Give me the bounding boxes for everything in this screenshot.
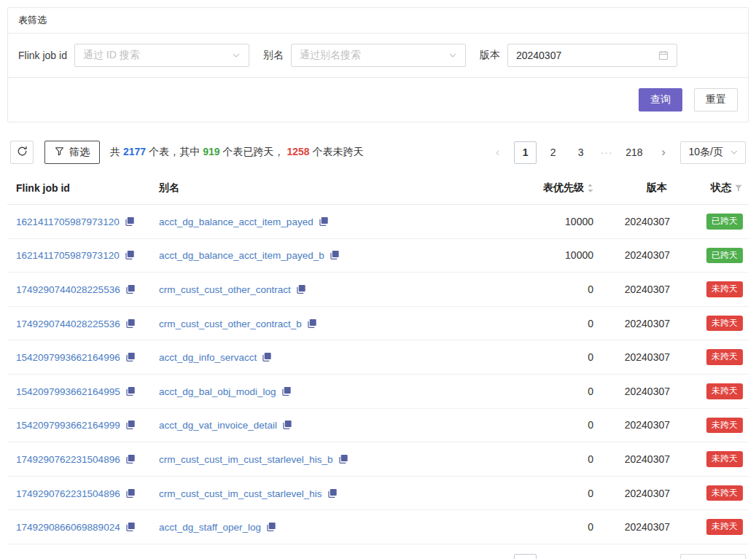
chevron-down-icon [448, 51, 457, 60]
job-id-link[interactable]: 1749290762231504896 [16, 454, 120, 465]
status-badge: 已跨天 [706, 214, 743, 230]
table-row: 1621411705987973120 acct_dg_balance_acct… [7, 205, 749, 239]
calendar-icon [658, 50, 669, 60]
job-id-link[interactable]: 1621411705987973120 [16, 216, 120, 227]
alias-link[interactable]: crm_cust_cust_other_contract [159, 284, 291, 295]
copy-icon[interactable] [262, 352, 272, 362]
alias-link[interactable]: acct_dg_staff_oper_log [159, 522, 261, 533]
priority-value: 0 [475, 476, 599, 510]
job-id-link[interactable]: 1542097993662164996 [16, 352, 120, 363]
copy-icon[interactable] [281, 386, 292, 396]
copy-icon[interactable] [330, 250, 340, 260]
query-button[interactable]: 查询 [639, 88, 682, 112]
filter-card-title: 表筛选 [8, 8, 748, 34]
filter-card: 表筛选 Flink job id 通过 ID 搜索 别名 通过别名搜索 版本 2… [7, 7, 749, 122]
next-page-button[interactable]: › [652, 554, 675, 559]
copy-icon[interactable] [327, 488, 338, 499]
job-id-link[interactable]: 1749290762231504896 [16, 488, 120, 499]
column-header-alias: 别名 [153, 175, 475, 205]
refresh-button[interactable] [10, 141, 34, 164]
page-button-1[interactable]: 1 [514, 554, 537, 559]
table-row: 1621411705987973120 acct_dg_balance_acct… [7, 238, 749, 273]
page-button-2[interactable]: 2 [542, 554, 564, 559]
copy-icon[interactable] [125, 454, 136, 464]
alias-link[interactable]: acct_dg_info_servacct [159, 352, 257, 363]
alias-link[interactable]: crm_cust_cust_im_cust_starlevel_his [159, 488, 322, 499]
table-row: 1542097993662164996 acct_dg_info_servacc… [7, 340, 749, 375]
copy-icon[interactable] [266, 522, 276, 532]
pagination-bottom: ‹ 1 2 3 ··· 218 › 10条/页 [486, 554, 746, 559]
table-row: 1749290744028225536 crm_cust_cust_other_… [7, 306, 749, 340]
page-button-1[interactable]: 1 [514, 141, 537, 164]
pagination-ellipsis[interactable]: ··· [597, 146, 616, 158]
next-page-button[interactable]: › [652, 141, 675, 164]
flink-job-id-label: Flink job id [18, 50, 67, 61]
version-value: 20240307 [599, 510, 676, 544]
reset-button[interactable]: 重置 [694, 88, 738, 112]
copy-icon[interactable] [282, 420, 292, 430]
prev-page-button[interactable]: ‹ [486, 554, 509, 559]
priority-value: 0 [475, 408, 599, 442]
status-badge: 未跨天 [706, 418, 743, 434]
copy-icon[interactable] [125, 284, 136, 294]
alias-link[interactable]: crm_cust_cust_im_cust_starlevel_his_b [159, 454, 333, 465]
copy-icon[interactable] [125, 318, 136, 329]
flink-job-id-placeholder: 通过 ID 搜索 [83, 49, 140, 62]
filter-toggle-button[interactable]: 筛选 [44, 141, 100, 164]
table-row: 1542097993662164995 acct_dg_bal_obj_modi… [7, 374, 749, 408]
table-header-row: Flink job id 别名 表优先级 版本 状态 [7, 175, 749, 205]
flink-job-id-select[interactable]: 通过 ID 搜索 [74, 44, 249, 67]
page-button-3[interactable]: 3 [569, 554, 592, 559]
page-button-218[interactable]: 218 [621, 554, 647, 559]
job-id-link[interactable]: 1749290866069889024 [16, 522, 120, 533]
job-id-link[interactable]: 1542097993662164999 [16, 420, 120, 431]
alias-select[interactable]: 通过别名搜索 [291, 44, 466, 67]
page-size-select[interactable]: 10条/页 [680, 554, 746, 559]
status-badge: 未跨天 [706, 316, 743, 332]
alias-link[interactable]: acct_dg_balance_acct_item_payed [159, 216, 313, 227]
alias-link[interactable]: crm_cust_cust_other_contract_b [159, 318, 302, 329]
prev-page-button[interactable]: ‹ [486, 141, 509, 164]
copy-icon[interactable] [125, 216, 135, 227]
status-badge: 未跨天 [706, 485, 743, 501]
copy-icon[interactable] [338, 454, 348, 464]
page-size-value: 10条/页 [689, 146, 723, 159]
priority-value: 0 [475, 273, 599, 307]
copy-icon[interactable] [125, 522, 136, 532]
version-value: 20240307 [599, 374, 676, 408]
copy-icon[interactable] [319, 216, 329, 227]
chevron-down-icon [730, 148, 739, 157]
copy-icon[interactable] [307, 318, 317, 329]
copy-icon[interactable] [125, 386, 136, 396]
results-table: Flink job id 别名 表优先级 版本 状态 [7, 175, 749, 544]
status-badge: 已跨天 [706, 248, 743, 264]
alias-link[interactable]: acct_dg_vat_invoice_detail [159, 420, 277, 431]
priority-value: 0 [475, 442, 599, 477]
version-value: 20240307 [599, 273, 676, 307]
version-date-value: 20240307 [516, 50, 561, 61]
job-id-link[interactable]: 1749290744028225536 [16, 284, 120, 295]
copy-icon[interactable] [296, 284, 306, 294]
copy-icon[interactable] [125, 250, 135, 260]
copy-icon[interactable] [125, 488, 136, 499]
alias-link[interactable]: acct_dg_balance_acct_item_payed_b [159, 250, 324, 261]
status-filter-funnel-icon[interactable] [734, 184, 743, 192]
status-header-label: 状态 [711, 181, 731, 195]
page-button-2[interactable]: 2 [542, 141, 564, 164]
page-size-select[interactable]: 10条/页 [680, 141, 746, 164]
job-id-link[interactable]: 1542097993662164995 [16, 386, 120, 397]
version-date-input[interactable]: 20240307 [507, 44, 677, 67]
table-row: 1749290762231504896 crm_cust_cust_im_cus… [7, 476, 749, 510]
page-button-3[interactable]: 3 [569, 141, 592, 164]
funnel-icon [55, 146, 64, 158]
sort-icon[interactable] [587, 183, 593, 193]
status-badge: 未跨天 [706, 281, 743, 297]
status-badge: 未跨天 [706, 349, 743, 365]
job-id-link[interactable]: 1749290744028225536 [16, 318, 120, 329]
copy-icon[interactable] [125, 420, 136, 430]
version-value: 20240307 [599, 238, 676, 273]
alias-link[interactable]: acct_dg_bal_obj_modi_log [159, 386, 276, 397]
page-button-218[interactable]: 218 [621, 141, 647, 164]
job-id-link[interactable]: 1621411705987973120 [16, 250, 120, 261]
copy-icon[interactable] [125, 352, 136, 362]
